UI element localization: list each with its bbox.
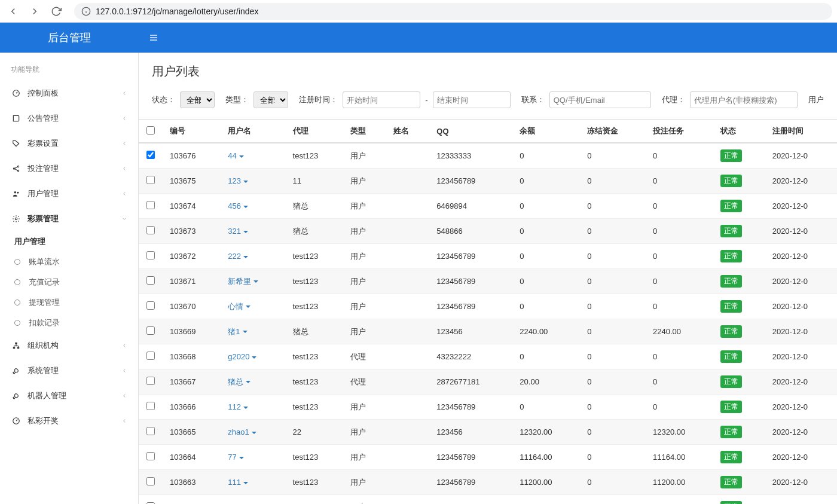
username-dropdown[interactable]: 猪1	[228, 327, 247, 336]
status-badge: 正常	[720, 350, 742, 363]
cell-agent: test123	[286, 344, 343, 369]
username-dropdown[interactable]: 112	[228, 402, 248, 411]
cell-type: 用户	[343, 169, 386, 194]
username-dropdown[interactable]: 222	[228, 252, 248, 261]
filter-regtime-label: 注册时间：	[299, 94, 338, 105]
url-bar[interactable]: 127.0.0.1:9712/jc/manage/lottery/user/in…	[74, 3, 832, 20]
username-dropdown[interactable]: g2020	[228, 352, 256, 361]
sidebar-sub-label: 充值记录	[29, 277, 60, 288]
cell-bettask: 11164.00	[646, 445, 713, 470]
wrench-icon	[11, 392, 22, 400]
sidebar-sub-item[interactable]: 扣款记录	[0, 313, 138, 333]
sidebar-item-label: 用户管理	[28, 188, 59, 199]
th-frozen[interactable]: 冻结资金	[580, 120, 646, 143]
row-checkbox[interactable]	[146, 427, 155, 435]
caret-down-icon	[239, 155, 244, 158]
row-checkbox[interactable]	[146, 176, 155, 184]
sidebar-item[interactable]: 系统管理	[0, 358, 138, 383]
filter-type-select[interactable]: 全部	[253, 91, 288, 108]
sidebar-item-label: 投注管理	[28, 163, 59, 174]
cell-id: 103663	[163, 470, 221, 495]
username-dropdown[interactable]: 猪总	[228, 377, 251, 386]
row-checkbox[interactable]	[146, 201, 155, 209]
th-qq[interactable]: QQ	[429, 120, 512, 143]
sidebar-sub-item[interactable]: 用户管理	[0, 231, 138, 252]
cell-qq: 123456789	[429, 294, 512, 319]
filter-contact-input[interactable]	[549, 91, 651, 108]
cell-id: 103668	[163, 344, 221, 369]
cell-agent: 猪总	[286, 219, 343, 244]
cell-frozen: 0	[580, 194, 646, 219]
th-balance[interactable]: 余额	[512, 120, 580, 143]
cell-regtime: 2020-12-0	[765, 319, 837, 344]
cell-qq: 987654	[429, 495, 512, 505]
cell-regtime: 2020-12-0	[765, 143, 837, 169]
th-id[interactable]: 编号	[163, 120, 221, 143]
sidebar-item[interactable]: 组织机构	[0, 333, 138, 358]
username-dropdown[interactable]: 456	[228, 201, 248, 210]
username-dropdown[interactable]: 新希里	[228, 277, 258, 286]
chevron-icon	[121, 89, 127, 98]
sidebar-sub-item[interactable]: 账单流水	[0, 252, 138, 272]
cell-bettask: 0	[646, 143, 713, 169]
row-checkbox[interactable]	[146, 477, 155, 485]
chevron-icon	[121, 366, 127, 375]
sidebar-item-label: 彩票管理	[28, 213, 59, 224]
username-dropdown[interactable]: 123	[228, 176, 248, 185]
sidebar-item[interactable]: 机器人管理	[0, 383, 138, 408]
th-username[interactable]: 用户名	[221, 120, 285, 143]
filter-agent-input[interactable]	[690, 91, 798, 108]
username-dropdown[interactable]: 111	[228, 478, 248, 487]
reload-button[interactable]	[48, 3, 65, 20]
cell-frozen: 0	[580, 294, 646, 319]
username-dropdown[interactable]: 44	[228, 151, 243, 160]
book-icon	[11, 114, 22, 123]
username-dropdown[interactable]: 心情	[228, 302, 251, 311]
cell-frozen: 0	[580, 319, 646, 344]
row-checkbox[interactable]	[146, 377, 155, 385]
sidebar-item[interactable]: 彩票管理	[0, 206, 138, 231]
cell-qq: 2872677181	[429, 369, 512, 395]
row-checkbox[interactable]	[146, 326, 155, 335]
sidebar-item[interactable]: 公告管理	[0, 106, 138, 131]
share-icon	[11, 164, 22, 173]
th-status[interactable]: 状态	[713, 120, 765, 143]
sidebar-item[interactable]: 私彩开奖	[0, 408, 138, 433]
sidebar-sub-item[interactable]: 充值记录	[0, 272, 138, 292]
th-agent[interactable]: 代理	[286, 120, 343, 143]
th-name[interactable]: 姓名	[386, 120, 429, 143]
sidebar-item[interactable]: 用户管理	[0, 181, 138, 206]
row-checkbox[interactable]	[146, 452, 155, 460]
row-checkbox[interactable]	[146, 276, 155, 285]
username-dropdown[interactable]: 77	[228, 453, 243, 462]
filter-status-select[interactable]: 全部	[180, 91, 215, 108]
th-bettask[interactable]: 投注任务	[646, 120, 713, 143]
filter-start-date[interactable]	[343, 91, 420, 108]
table-row: 103669猪1猪总用户1234562240.0002240.00正常2020-…	[139, 319, 837, 344]
filter-end-date[interactable]	[433, 91, 511, 108]
row-checkbox[interactable]	[146, 352, 155, 360]
status-badge: 正常	[720, 401, 742, 413]
cell-regtime: 2020-12-0	[765, 369, 837, 395]
row-checkbox[interactable]	[146, 402, 155, 410]
cell-frozen: 0	[580, 244, 646, 269]
sidebar-item[interactable]: 投注管理	[0, 156, 138, 181]
username-dropdown[interactable]: 321	[228, 227, 248, 236]
forward-button[interactable]	[26, 3, 43, 20]
sidebar-item[interactable]: 控制面板	[0, 81, 138, 106]
row-checkbox[interactable]	[146, 226, 155, 234]
sidebar-sub-item[interactable]: 提现管理	[0, 292, 138, 313]
cell-id: 103662	[163, 495, 221, 505]
table-row: 103665zhao122用户12345612320.00012320.00正常…	[139, 420, 837, 445]
row-checkbox[interactable]	[146, 151, 155, 159]
select-all-checkbox[interactable]	[146, 126, 155, 135]
back-button[interactable]	[5, 3, 22, 20]
cell-id: 103676	[163, 143, 221, 169]
sidebar-item[interactable]: 彩票设置	[0, 131, 138, 156]
th-regtime[interactable]: 注册时间	[765, 120, 837, 143]
row-checkbox[interactable]	[146, 301, 155, 310]
sidebar-toggle[interactable]	[139, 33, 169, 42]
row-checkbox[interactable]	[146, 251, 155, 259]
username-dropdown[interactable]: zhao1	[228, 427, 256, 436]
th-type[interactable]: 类型	[343, 120, 386, 143]
